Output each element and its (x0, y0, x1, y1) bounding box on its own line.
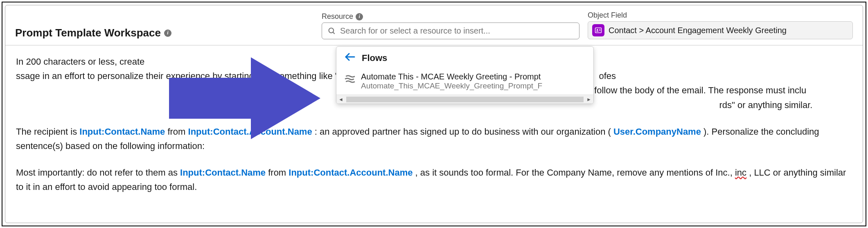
resource-search-input[interactable] (340, 26, 573, 36)
info-icon[interactable]: i (356, 13, 363, 20)
dropdown-item[interactable]: Automate This - MCAE Weekly Greeting - P… (336, 70, 593, 95)
paragraph-3: Most importantly: do not refer to them a… (16, 165, 852, 194)
dropdown-category: Flows (362, 53, 387, 63)
dropdown-item-secondary: Automate_This_MCAE_Weekly_Greeting_Promp… (361, 81, 542, 90)
object-field-label: Object Field (588, 11, 627, 20)
resource-label-row: Resource i (322, 12, 579, 21)
merge-field[interactable]: User.CompanyName (613, 126, 701, 137)
object-field-selector[interactable]: Contact > Account Engagement Weekly Gree… (588, 21, 853, 39)
merge-field[interactable]: Input:Contact.Account.Name (289, 167, 413, 178)
resource-dropdown[interactable]: Flows Automate This - MCAE Weekly Greeti… (336, 46, 594, 104)
scroll-right-icon[interactable]: ► (584, 97, 593, 102)
page-title: Prompt Template Workspace (15, 27, 161, 39)
object-field-value: Contact > Account Engagement Weekly Gree… (609, 26, 787, 35)
svg-point-3 (597, 29, 598, 30)
svg-point-0 (329, 28, 334, 33)
object-field-group: Object Field Contact > Account Engagemen… (588, 11, 853, 39)
outer-frame: Prompt Template Workspace i Resource i (2, 2, 866, 226)
resource-label: Resource (322, 12, 353, 21)
horizontal-scrollbar[interactable]: ◄ ► (336, 95, 593, 104)
spellcheck-word: inc (735, 167, 746, 178)
back-arrow-icon[interactable] (345, 52, 355, 64)
title-block: Prompt Template Workspace i (15, 27, 171, 39)
dropdown-item-primary: Automate This - MCAE Weekly Greeting - P… (361, 72, 542, 81)
dropdown-item-text: Automate This - MCAE Weekly Greeting - P… (361, 72, 542, 90)
flow-icon (345, 74, 355, 86)
resource-search-box[interactable] (322, 23, 579, 39)
object-field-label-row: Object Field (588, 11, 853, 20)
merge-field[interactable]: Input:Contact.Name (180, 167, 266, 178)
scroll-track[interactable] (346, 97, 584, 102)
merge-field[interactable]: Input:Contact.Name (79, 126, 165, 137)
search-icon (328, 27, 336, 35)
scroll-left-icon[interactable]: ◄ (336, 97, 345, 102)
annotation-arrow-icon (169, 57, 320, 139)
paragraph-2: The recipient is Input:Contact.Name from… (16, 124, 852, 153)
svg-marker-7 (169, 57, 320, 139)
resource-field-group: Resource i (322, 12, 579, 39)
contact-icon (592, 24, 604, 36)
dropdown-header: Flows (336, 47, 593, 70)
workspace-panel: Prompt Template Workspace i Resource i (5, 5, 863, 223)
svg-line-1 (333, 32, 335, 34)
header-row: Prompt Template Workspace i Resource i (5, 5, 863, 45)
info-icon[interactable]: i (164, 29, 171, 37)
